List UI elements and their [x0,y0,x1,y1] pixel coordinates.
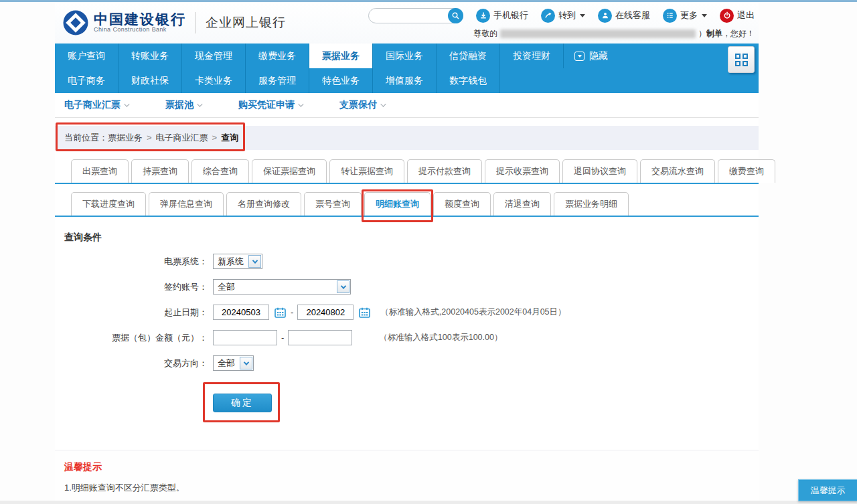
logout-link[interactable]: 退出 [720,9,755,23]
tab-download-progress-query[interactable]: 下载进度查询 [71,192,146,216]
nav-item-credit-financing[interactable]: 信贷融资 [437,44,500,68]
date-format-hint: （标准输入格式,20020405表示2002年04月05日） [380,307,566,318]
nav-item-cash-management[interactable]: 现金管理 [182,44,246,68]
more-icon [663,9,677,23]
hide-label: 隐藏 [589,44,608,68]
chevron-down-icon [197,101,202,106]
nav-item-investment[interactable]: 投资理财 [500,44,564,68]
amount-to-input[interactable] [288,330,352,345]
nav-item-international[interactable]: 国际业务 [373,44,437,68]
amount-format-hint: （标准输入格式100表示100.00） [379,332,502,343]
eticket-system-value: 新系统 [214,256,248,268]
tab-quota-query[interactable]: 额度查询 [433,192,491,216]
nav-item-service-management[interactable]: 服务管理 [246,68,309,93]
range-dash: - [281,333,284,343]
floating-tip-button[interactable]: 温馨提示 [798,479,857,501]
tab-holding-query[interactable]: 持票查询 [131,159,189,183]
tab-label: 明细账查询 [376,199,419,209]
mobile-banking-label: 手机银行 [493,9,528,21]
confirm-button[interactable]: 确定 [213,394,272,412]
breadcrumb-item-bill-business[interactable]: 票据业务 [108,133,143,143]
tab-guarantee-bill-query[interactable]: 保证票据查询 [252,159,327,183]
tab-return-agreement-query[interactable]: 退回协议查询 [562,159,637,183]
subnav-label: 票据池 [165,99,193,111]
eticket-system-select[interactable]: 新系统 [213,254,262,269]
signed-account-value: 全部 [214,281,239,293]
range-dash: - [291,307,293,317]
subnav-label: 支票保付 [339,99,377,111]
nav-item-fee-payment[interactable]: 缴费业务 [246,44,309,68]
nav-item-transfer[interactable]: 转账业务 [119,44,182,68]
tab-detail-account-query[interactable]: 明细账查询 [364,192,431,216]
dropdown-arrow-icon [337,280,349,293]
tab-receipt-prompt-query[interactable]: 提示收票查询 [485,159,560,183]
greeting-role: 制单 [706,28,722,39]
tab-fee-query[interactable]: 缴费查询 [718,159,775,183]
tab-popup-info-query[interactable]: 弹屏信息查询 [149,192,224,216]
tab-clearing-query[interactable]: 清退查询 [493,192,551,216]
nav-item-value-added[interactable]: 增值服务 [373,68,437,93]
tips-section: 温馨提示 1.明细账查询不区分汇票类型。 [55,450,759,504]
chevron-down-icon [298,101,303,106]
mobile-banking-link[interactable]: 手机银行 [476,9,528,23]
more-link[interactable]: 更多 [663,9,707,23]
calendar-icon[interactable] [273,306,287,319]
customer-service-label: 在线客服 [615,9,650,21]
tab-transfer-bill-query[interactable]: 转让票据查询 [329,159,404,183]
goto-link[interactable]: 转到 [541,9,585,23]
nav-hide-button[interactable]: 隐藏 [564,44,619,68]
nav-item-featured-business[interactable]: 特色业务 [309,68,373,93]
nav-item-ecommerce[interactable]: 电子商务 [55,68,119,93]
subnav-electronic-commercial-draft[interactable]: 电子商业汇票 [64,99,128,111]
search-icon[interactable] [448,8,463,23]
dropdown-arrow-icon [248,255,261,268]
tab-roster-query-modify[interactable]: 名册查询修改 [226,192,301,216]
query-tabbar-row2: 下载进度查询 弹屏信息查询 名册查询修改 票号查询 明细账查询 额度查询 清退查… [55,192,759,217]
tips-title: 温馨提示 [64,461,749,473]
breadcrumb-separator: > [147,133,152,143]
grid-menu-button[interactable] [728,46,755,73]
redacted-customer-name [500,29,696,38]
subnav-bill-pool[interactable]: 票据池 [165,99,201,111]
ccb-logo-icon [63,10,88,35]
bottom-strip [0,501,857,504]
eticket-system-label: 电票系统： [64,256,213,268]
nav-item-digital-wallet[interactable]: 数字钱包 [437,68,500,93]
bank-name: 中国建设银行 [94,12,186,27]
transaction-direction-value: 全部 [214,357,239,369]
subnav-voucher-purchase[interactable]: 购买凭证申请 [238,99,302,111]
nav-item-card-business[interactable]: 卡类业务 [182,68,246,93]
transaction-direction-select[interactable]: 全部 [213,355,254,371]
breadcrumb-label: 当前位置： [64,133,108,143]
customer-service-icon [598,9,612,23]
logout-label: 退出 [737,9,755,21]
tab-comprehensive-query[interactable]: 综合查询 [191,159,249,183]
date-to-input[interactable] [297,305,354,320]
tab-payment-prompt-query[interactable]: 提示付款查询 [407,159,482,183]
amount-from-input[interactable] [213,330,277,345]
calendar-icon[interactable] [358,306,371,319]
goto-icon [541,9,555,23]
transaction-direction-label: 交易方向： [64,357,213,369]
caret-down-icon [580,14,585,17]
tab-transaction-flow-query[interactable]: 交易流水查询 [640,159,715,183]
mobile-banking-icon [476,9,490,23]
grid-icon [735,54,748,66]
section-title: 查询条件 [64,232,759,244]
breadcrumb-item-ecd[interactable]: 电子商业汇票 [156,133,208,143]
date-from-input[interactable] [213,305,269,320]
sub-navigation: 电子商业汇票 票据池 购买凭证申请 支票保付 [55,93,759,118]
dropdown-arrow-icon [240,357,252,369]
tab-draft-query[interactable]: 出票查询 [71,159,129,183]
greeting-suffix: ，您好！ [722,28,755,39]
tab-bill-number-query[interactable]: 票号查询 [304,192,362,216]
nav-item-fiscal-social[interactable]: 财政社保 [119,68,182,93]
tab-bill-business-detail[interactable]: 票据业务明细 [554,192,629,216]
title-divider [196,12,196,33]
subnav-check-guarantee[interactable]: 支票保付 [339,99,384,111]
nav-item-bill-business[interactable]: 票据业务 [309,44,373,68]
chevron-down-icon [124,101,129,106]
signed-account-select[interactable]: 全部 [213,279,351,295]
customer-service-link[interactable]: 在线客服 [598,9,650,23]
nav-item-account-query[interactable]: 账户查询 [55,44,119,68]
